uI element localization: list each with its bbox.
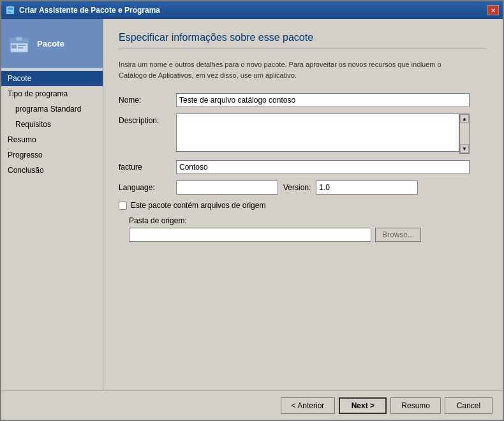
language-label: Language: bbox=[119, 181, 176, 192]
sidebar-header: Pacote bbox=[1, 19, 103, 68]
version-label: Version: bbox=[283, 183, 311, 192]
description-input[interactable] bbox=[176, 114, 459, 152]
title-bar-left: Criar Assistente de Pacote e Programa bbox=[5, 5, 160, 15]
page-title: Especificar informações sobre esse pacot… bbox=[119, 32, 487, 49]
sidebar: Pacote Pacote Tipo de programa programa … bbox=[1, 19, 103, 390]
source-folder-row: Browse... bbox=[129, 228, 487, 242]
form-group-language-version: Language: Version: bbox=[119, 181, 487, 195]
checkbox-row: Este pacote contém arquivos de origem bbox=[119, 201, 487, 210]
footer: < Anterior Next > Resumo Cancel bbox=[1, 390, 503, 420]
description-scrollbar: ▲ ▼ bbox=[459, 114, 470, 154]
source-files-checkbox[interactable] bbox=[119, 202, 127, 210]
content-area: Pacote Pacote Tipo de programa programa … bbox=[1, 19, 503, 390]
title-bar: Criar Assistente de Pacote e Programa ✕ bbox=[1, 1, 503, 19]
sidebar-item-conclusao[interactable]: Conclusão bbox=[1, 163, 103, 178]
svg-rect-8 bbox=[18, 45, 26, 46]
form-group-facture: facture bbox=[119, 160, 487, 174]
svg-rect-3 bbox=[8, 12, 11, 13]
sidebar-item-tipo-programa[interactable]: Tipo de programa bbox=[1, 86, 103, 101]
close-button[interactable]: ✕ bbox=[487, 5, 499, 15]
version-input[interactable] bbox=[316, 181, 418, 195]
browse-button[interactable]: Browse... bbox=[375, 228, 421, 242]
facture-field-wrapper bbox=[176, 160, 470, 174]
sidebar-item-progresso[interactable]: Progresso bbox=[1, 147, 103, 163]
next-button[interactable]: Next > bbox=[339, 397, 387, 414]
description-label: Description: bbox=[119, 114, 176, 125]
info-text: Insira um nome e outros detalhes para o … bbox=[119, 59, 470, 80]
cancel-button[interactable]: Cancel bbox=[445, 397, 493, 414]
main-content: Especificar informações sobre esse pacot… bbox=[103, 19, 503, 390]
description-textarea-wrapper: ▲ ▼ bbox=[176, 114, 470, 154]
nome-field-wrapper bbox=[176, 93, 470, 107]
scroll-down-arrow[interactable]: ▼ bbox=[460, 144, 469, 153]
main-window: Criar Assistente de Pacote e Programa ✕ … bbox=[0, 0, 504, 421]
svg-rect-2 bbox=[8, 11, 10, 11]
scroll-up-arrow[interactable]: ▲ bbox=[460, 114, 469, 123]
source-folder-section: Pasta de origem: Browse... bbox=[129, 216, 487, 242]
sidebar-item-pacote[interactable]: Pacote bbox=[1, 71, 103, 86]
svg-rect-6 bbox=[16, 37, 22, 41]
facture-label: facture bbox=[119, 160, 176, 172]
source-files-label: Este pacote contém arquivos de origem bbox=[131, 201, 265, 210]
form-group-description: Description: ▲ ▼ bbox=[119, 114, 487, 154]
language-input[interactable] bbox=[176, 181, 278, 195]
anterior-button[interactable]: < Anterior bbox=[281, 397, 336, 414]
version-row: Version: bbox=[176, 181, 418, 195]
sidebar-item-programa-standard[interactable]: programa Standard bbox=[1, 101, 103, 117]
form-group-nome: Nome: bbox=[119, 93, 487, 107]
sidebar-header-text: Pacote bbox=[37, 39, 64, 48]
source-folder-input[interactable] bbox=[129, 228, 371, 242]
nome-label: Nome: bbox=[119, 93, 176, 105]
window-icon bbox=[5, 5, 15, 15]
svg-rect-0 bbox=[6, 6, 14, 14]
facture-input[interactable] bbox=[176, 160, 470, 174]
nome-input[interactable] bbox=[176, 93, 470, 107]
svg-rect-1 bbox=[8, 8, 13, 10]
svg-rect-7 bbox=[11, 45, 17, 48]
sidebar-item-requisitos[interactable]: Requisitos bbox=[1, 117, 103, 132]
sidebar-item-resumo[interactable]: Resumo bbox=[1, 132, 103, 147]
package-icon bbox=[8, 32, 31, 55]
window-title: Criar Assistente de Pacote e Programa bbox=[19, 6, 160, 15]
sidebar-items: Pacote Tipo de programa programa Standar… bbox=[1, 68, 103, 181]
svg-rect-9 bbox=[18, 47, 23, 48]
resumo-button[interactable]: Resumo bbox=[390, 397, 441, 414]
source-folder-label: Pasta de origem: bbox=[129, 216, 487, 225]
